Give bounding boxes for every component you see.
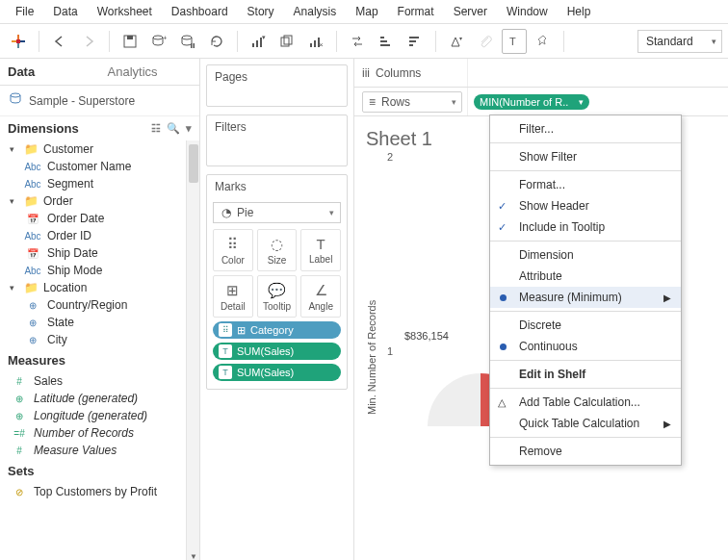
field-longitude[interactable]: ⊕Longitude (generated): [0, 407, 199, 424]
field-number-records[interactable]: =#Number of Records: [0, 424, 199, 442]
sort-asc-button[interactable]: [374, 29, 399, 54]
menu-include-tooltip[interactable]: ✓Include in Tooltip: [490, 216, 681, 238]
menu-help[interactable]: Help: [558, 3, 601, 20]
marks-angle-button[interactable]: ∠Angle: [300, 275, 341, 318]
marks-color-button[interactable]: ⠿Color: [213, 229, 253, 271]
svg-rect-19: [314, 40, 316, 47]
menu-window[interactable]: Window: [497, 3, 558, 20]
pill-sum-sales-angle[interactable]: TSUM(Sales): [213, 364, 341, 381]
clear-sheet-button[interactable]: ×: [303, 29, 328, 54]
new-datasource-button[interactable]: +: [146, 29, 171, 54]
pin-button[interactable]: [531, 29, 556, 54]
menu-format[interactable]: Format: [388, 3, 444, 20]
menu-filter[interactable]: Filter...: [490, 118, 681, 140]
marks-tooltip-button[interactable]: 💬Tooltip: [257, 275, 298, 318]
svg-rect-24: [380, 44, 390, 46]
pill-min-number-records[interactable]: MIN(Number of R..: [474, 94, 589, 110]
menu-discrete[interactable]: Discrete: [490, 315, 681, 336]
dim-menu-icon[interactable]: ▾: [186, 122, 192, 135]
view-as-list-icon[interactable]: ☷: [151, 122, 161, 135]
columns-icon: iii: [362, 66, 370, 80]
filters-card[interactable]: Filters: [206, 115, 348, 166]
menu-server[interactable]: Server: [444, 3, 497, 20]
field-customer-name[interactable]: AbcCustomer Name: [0, 158, 199, 175]
columns-shelf[interactable]: iiiColumns: [354, 59, 728, 88]
tab-data[interactable]: Data: [0, 59, 100, 85]
marks-detail-button[interactable]: ⊞Detail: [213, 275, 253, 318]
angle-mark-icon: T: [219, 366, 232, 379]
redo-button[interactable]: [76, 29, 101, 54]
radio-dot-icon: [500, 294, 507, 301]
field-ship-date[interactable]: 📅Ship Date: [0, 244, 199, 262]
label-icon: T: [317, 236, 325, 252]
attach-button[interactable]: [473, 29, 498, 54]
folder-customer[interactable]: ▾📁Customer: [0, 140, 199, 158]
svg-rect-22: [380, 37, 384, 38]
menu-dashboard[interactable]: Dashboard: [162, 3, 238, 20]
menu-measure[interactable]: Measure (Minimum)▶: [490, 287, 681, 308]
pause-autoupdate-button[interactable]: [175, 29, 200, 54]
menu-attribute[interactable]: Attribute: [490, 266, 681, 287]
color-icon: ⠿: [227, 236, 238, 253]
check-icon: ✓: [498, 200, 507, 213]
field-country[interactable]: ⊕Country/Region: [0, 296, 199, 314]
cards-column: Pages Filters Marks ◔Pie ⠿Color ◌Size TL…: [200, 59, 354, 560]
pill-category[interactable]: ⠿⊞Category: [213, 321, 341, 339]
pages-card[interactable]: Pages: [206, 64, 348, 107]
submenu-arrow-icon: ▶: [663, 419, 671, 429]
undo-button[interactable]: [47, 29, 72, 54]
save-button[interactable]: [117, 29, 143, 54]
svg-rect-16: [281, 38, 289, 46]
fit-mode-select[interactable]: Standard: [637, 30, 722, 53]
menu-edit-shelf[interactable]: Edit in Shelf: [490, 364, 681, 385]
svg-rect-17: [284, 36, 292, 44]
menu-format[interactable]: Format...: [490, 174, 681, 195]
tableau-logo-icon[interactable]: [6, 29, 31, 54]
menu-worksheet[interactable]: Worksheet: [88, 3, 162, 20]
marks-label-button[interactable]: TLabel: [300, 229, 341, 271]
duplicate-sheet-button[interactable]: [274, 29, 299, 54]
menu-add-calc[interactable]: △Add Table Calculation...: [490, 392, 681, 413]
field-top-customers[interactable]: ⊘Top Customers by Profit: [0, 483, 199, 500]
left-scrollbar[interactable]: ▲▼: [186, 140, 199, 560]
menu-show-header[interactable]: ✓Show Header: [490, 195, 681, 216]
field-ship-mode[interactable]: AbcShip Mode: [0, 262, 199, 279]
menu-file[interactable]: File: [6, 3, 43, 20]
find-field-icon[interactable]: 🔍: [167, 122, 180, 135]
menu-data[interactable]: Data: [43, 3, 87, 20]
datasource-row[interactable]: Sample - Superstore: [0, 86, 199, 116]
show-labels-button[interactable]: T: [502, 29, 527, 54]
field-order-date[interactable]: 📅Order Date: [0, 210, 199, 227]
field-city[interactable]: ⊕City: [0, 331, 199, 348]
folder-location[interactable]: ▾📁Location: [0, 279, 199, 296]
field-state[interactable]: ⊕State: [0, 314, 199, 331]
menu-quick-calc[interactable]: Quick Table Calculation▶: [490, 413, 681, 434]
swap-axes-button[interactable]: [345, 29, 370, 54]
menu-map[interactable]: Map: [346, 3, 387, 20]
field-measure-values[interactable]: #Measure Values: [0, 442, 199, 459]
pill-sum-sales-label[interactable]: TSUM(Sales): [213, 343, 341, 360]
menu-story[interactable]: Story: [238, 3, 284, 20]
field-segment[interactable]: AbcSegment: [0, 175, 199, 192]
refresh-button[interactable]: [204, 29, 229, 54]
rows-shelf[interactable]: ≡Rows MIN(Number of R..: [354, 88, 728, 116]
pill-context-menu: Filter... Show Filter Format... ✓Show He…: [489, 115, 682, 466]
tab-analytics[interactable]: Analytics: [100, 59, 200, 85]
menu-show-filter[interactable]: Show Filter: [490, 146, 681, 167]
menu-continuous[interactable]: Continuous: [490, 336, 681, 357]
svg-rect-11: [194, 43, 195, 48]
svg-point-30: [11, 93, 20, 97]
field-order-id[interactable]: AbcOrder ID: [0, 227, 199, 244]
folder-order[interactable]: ▾📁Order: [0, 192, 199, 210]
menu-analysis[interactable]: Analysis: [284, 3, 347, 20]
highlight-button[interactable]: ▾: [444, 29, 469, 54]
menu-dimension[interactable]: Dimension: [490, 244, 681, 266]
mark-type-select[interactable]: ◔Pie: [213, 202, 341, 223]
menu-remove[interactable]: Remove: [490, 441, 681, 462]
tooltip-icon: 💬: [268, 282, 286, 299]
field-latitude[interactable]: ⊕Latitude (generated): [0, 390, 199, 407]
marks-size-button[interactable]: ◌Size: [257, 229, 298, 271]
new-worksheet-button[interactable]: ▾: [246, 29, 271, 54]
field-sales[interactable]: #Sales: [0, 372, 199, 390]
sort-desc-button[interactable]: [403, 29, 428, 54]
